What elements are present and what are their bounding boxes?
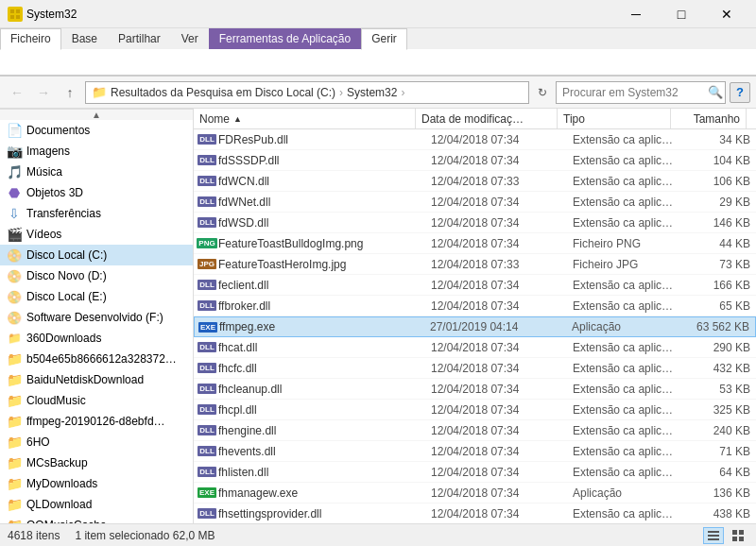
- table-row[interactable]: DLL ffbroker.dll 12/04/2018 07:34 Extens…: [194, 296, 756, 316]
- tab-ficheiro[interactable]: Ficheiro: [0, 28, 61, 50]
- sidebar-item-disco-d[interactable]: 📀 Disco Novo (D:): [0, 265, 193, 286]
- breadcrumb-item-system32[interactable]: System32: [347, 86, 397, 99]
- col-header-size[interactable]: Tamanho: [671, 109, 747, 128]
- sidebar-item-imagens[interactable]: 📷 Imagens: [0, 141, 193, 162]
- tab-ferramentas[interactable]: Ferramentas de Aplicação: [209, 28, 361, 49]
- search-bar: 🔍: [556, 81, 726, 104]
- up-button[interactable]: ↑: [59, 81, 81, 104]
- file-name: fhevents.dll: [218, 445, 276, 458]
- search-input[interactable]: [562, 86, 704, 99]
- file-type: Extensão ca aplica…: [567, 133, 680, 146]
- drive-f-icon: 📀: [6, 309, 23, 326]
- sidebar-item-objetos3d[interactable]: ⬣ Objetos 3D: [0, 182, 193, 203]
- file-date: 12/04/2018 07:34: [425, 154, 567, 167]
- minimize-button[interactable]: ─: [614, 0, 658, 28]
- file-icon: DLL: [199, 506, 215, 521]
- file-name: ffbroker.dll: [218, 299, 270, 313]
- tab-partilhar[interactable]: Partilhar: [108, 28, 171, 49]
- table-row[interactable]: DLL fhcpl.dll 12/04/2018 07:34 Extensão …: [194, 400, 756, 420]
- file-date: 12/04/2018 07:34: [425, 362, 567, 375]
- sidebar-item-disco-c[interactable]: 📀 Disco Local (C:): [0, 245, 193, 265]
- file-area: Nome ▲ Data de modificaç… Tipo Tamanho D…: [194, 109, 756, 523]
- svg-rect-9: [732, 537, 737, 541]
- sidebar-item-6ho[interactable]: 📁 6HO: [0, 432, 193, 452]
- help-button[interactable]: ?: [730, 82, 750, 103]
- file-size: 65 KB: [680, 299, 756, 313]
- sidebar-item-mydownloads[interactable]: 📁 MyDownloads: [0, 473, 193, 494]
- ribbon-content: [0, 49, 756, 76]
- table-row[interactable]: DLL feclient.dll 12/04/2018 07:34 Extens…: [194, 275, 756, 296]
- col-header-name[interactable]: Nome ▲: [194, 109, 416, 128]
- sidebar-item-qldownload[interactable]: 📁 QLDownload: [0, 494, 193, 515]
- file-type: Extensão ca aplica…: [567, 362, 680, 375]
- folder-mcs-icon: 📁: [6, 454, 23, 471]
- table-row[interactable]: PNG FeatureToastBulldogImg.png 12/04/201…: [194, 233, 756, 254]
- file-name: fhengine.dll: [218, 424, 276, 437]
- sidebar: ▲ 📄 Documentos 📷 Imagens 🎵 Música ⬣ Obje…: [0, 109, 194, 523]
- file-size: 325 KB: [680, 403, 756, 417]
- breadcrumb-item-local[interactable]: Resultados da Pesquisa em Disco Local (C…: [111, 86, 335, 99]
- file-size: 106 KB: [680, 175, 756, 188]
- file-size: 146 KB: [680, 216, 756, 230]
- col-header-date[interactable]: Data de modificaç…: [416, 109, 558, 128]
- view-icons-button[interactable]: [728, 527, 748, 544]
- sidebar-item-baidu[interactable]: 📁 BaiduNetdiskDownload: [0, 369, 193, 390]
- sidebar-item-ffmpeg[interactable]: 📁 ffmpeg-20190126-d8ebfd…: [0, 411, 193, 432]
- table-row[interactable]: DLL FDResPub.dll 12/04/2018 07:34 Extens…: [194, 129, 756, 150]
- folder-cloud-icon: 📁: [6, 392, 23, 409]
- file-date: 12/04/2018 07:34: [425, 299, 567, 313]
- tab-ver[interactable]: Ver: [171, 28, 209, 49]
- sidebar-item-disco-e[interactable]: 📀 Disco Local (E:): [0, 286, 193, 307]
- file-icon: DLL: [199, 340, 215, 355]
- maximize-button[interactable]: □: [660, 0, 703, 28]
- file-date: 12/04/2018 07:34: [425, 133, 567, 146]
- file-name: fhcpl.dll: [218, 403, 257, 417]
- back-button[interactable]: ←: [6, 81, 28, 104]
- sidebar-item-musica[interactable]: 🎵 Música: [0, 162, 193, 182]
- file-date: 12/04/2018 07:34: [425, 279, 567, 292]
- table-row[interactable]: DLL fhevents.dll 12/04/2018 07:34 Extens…: [194, 441, 756, 462]
- sidebar-item-360downloads[interactable]: 📁 360Downloads: [0, 328, 193, 349]
- file-name: fhcleanup.dll: [218, 383, 282, 396]
- file-list: DLL FDResPub.dll 12/04/2018 07:34 Extens…: [194, 129, 756, 523]
- table-row[interactable]: EXE ffmpeg.exe 27/01/2019 04:14 Aplicaçã…: [194, 316, 756, 337]
- table-row[interactable]: DLL fdWSD.dll 12/04/2018 07:34 Extensão …: [194, 213, 756, 233]
- table-row[interactable]: DLL fhengine.dll 12/04/2018 07:34 Extens…: [194, 420, 756, 441]
- statusbar-selected: 1 item selecionado 62,0 MB: [75, 529, 215, 542]
- sidebar-item-b504[interactable]: 📁 b504e65b8666612a328372…: [0, 349, 193, 369]
- table-row[interactable]: EXE fhmanagew.exe 12/04/2018 07:34 Aplic…: [194, 483, 756, 503]
- sidebar-item-disco-f[interactable]: 📀 Software Desenvolvido (F:): [0, 307, 193, 328]
- sidebar-item-documentos[interactable]: 📄 Documentos: [0, 120, 193, 141]
- file-type: Aplicação: [566, 320, 679, 333]
- file-size: 166 KB: [680, 279, 756, 292]
- file-type: Aplicação: [567, 486, 680, 500]
- table-row[interactable]: DLL fhcat.dll 12/04/2018 07:34 Extensão …: [194, 337, 756, 358]
- sidebar-item-mcsbackup[interactable]: 📁 MCsBackup: [0, 452, 193, 473]
- sidebar-item-videos[interactable]: 🎬 Vídeos: [0, 224, 193, 245]
- sidebar-item-transferencias[interactable]: ⇩ Transferências: [0, 203, 193, 224]
- file-date: 12/04/2018 07:34: [425, 383, 567, 396]
- table-row[interactable]: DLL fhcleanup.dll 12/04/2018 07:34 Exten…: [194, 379, 756, 400]
- sidebar-item-qqmusic[interactable]: 📁 QQMusicCache: [0, 515, 193, 523]
- sidebar-item-cloudmusic[interactable]: 📁 CloudMusic: [0, 390, 193, 411]
- forward-button[interactable]: →: [32, 81, 55, 104]
- table-row[interactable]: DLL fdWCN.dll 12/04/2018 07:33 Extensão …: [194, 171, 756, 192]
- table-row[interactable]: DLL fdWNet.dll 12/04/2018 07:34 Extensão…: [194, 192, 756, 213]
- folder-mydown-icon: 📁: [6, 475, 23, 492]
- file-size: 64 KB: [680, 466, 756, 479]
- table-row[interactable]: DLL fhsettingsprovider.dll 12/04/2018 07…: [194, 503, 756, 523]
- view-details-button[interactable]: [703, 527, 724, 544]
- tab-gerir[interactable]: Gerir: [361, 28, 407, 50]
- file-size: 432 KB: [680, 362, 756, 375]
- tab-base[interactable]: Base: [61, 28, 108, 49]
- sidebar-scroll-up[interactable]: ▲: [0, 109, 193, 120]
- table-row[interactable]: JPG FeatureToastHeroImg.jpg 12/04/2018 0…: [194, 254, 756, 275]
- refresh-button[interactable]: ↻: [533, 83, 552, 102]
- table-row[interactable]: DLL fdSSSDP.dll 12/04/2018 07:34 Extensã…: [194, 150, 756, 171]
- table-row[interactable]: DLL fhcfc.dll 12/04/2018 07:34 Extensão …: [194, 358, 756, 379]
- col-header-type[interactable]: Tipo: [558, 109, 671, 128]
- table-row[interactable]: DLL fhlisten.dll 12/04/2018 07:34 Extens…: [194, 462, 756, 483]
- breadcrumb: 📁 Resultados da Pesquisa em Disco Local …: [85, 81, 529, 104]
- file-type: Extensão ca aplica…: [567, 507, 680, 520]
- close-button[interactable]: ✕: [705, 0, 748, 28]
